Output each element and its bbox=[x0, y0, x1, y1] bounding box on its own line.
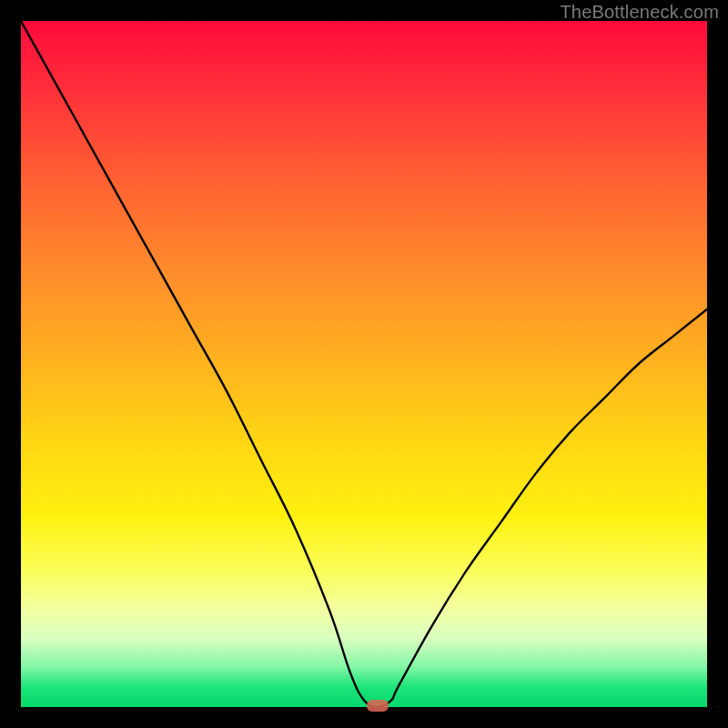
plot-area bbox=[21, 21, 707, 707]
watermark-text: TheBottleneck.com bbox=[560, 2, 719, 23]
bottleneck-curve bbox=[21, 21, 707, 707]
chart-frame: TheBottleneck.com bbox=[0, 0, 728, 728]
optimal-point-marker bbox=[367, 700, 389, 712]
